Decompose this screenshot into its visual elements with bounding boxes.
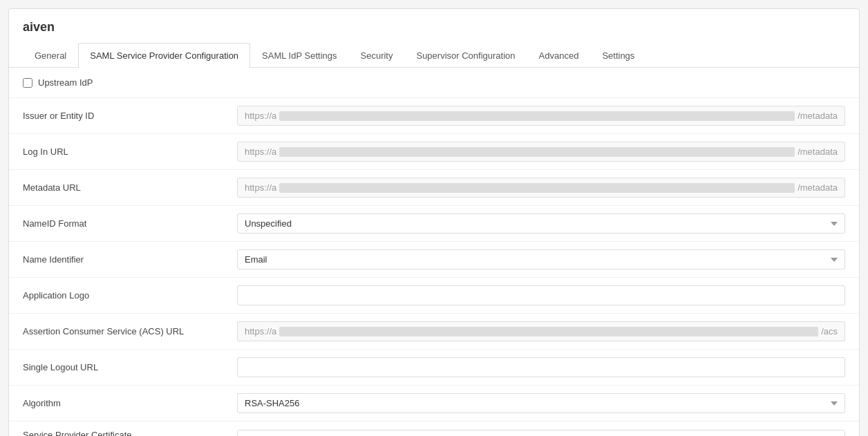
application-logo-row: Application Logo <box>9 278 859 314</box>
single-logout-url-control <box>237 357 845 377</box>
name-identifier-row: Name Identifier Email Username Persisten… <box>9 242 859 278</box>
single-logout-url-row: Single Logout URL <box>9 350 859 386</box>
tabs-bar: General SAML Service Provider Configurat… <box>23 43 845 68</box>
login-url-label: Log In URL <box>23 146 237 157</box>
tab-content: Upstream IdP Issuer or Entity ID https:/… <box>9 68 859 436</box>
application-logo-control <box>237 285 845 305</box>
algorithm-control: RSA-SHA256 RSA-SHA384 RSA-SHA512 <box>237 393 845 413</box>
upstream-idp-row: Upstream IdP <box>9 68 859 98</box>
single-logout-url-label: Single Logout URL <box>23 362 237 372</box>
nameid-format-select[interactable]: Unspecified Email Persistent Transient <box>237 214 845 234</box>
tab-supervisor[interactable]: Supervisor Configuration <box>404 43 527 68</box>
metadata-blur <box>279 183 795 193</box>
acs-prefix: https://a <box>245 326 276 337</box>
upstream-idp-text: Upstream IdP <box>38 77 93 88</box>
upstream-idp-label[interactable]: Upstream IdP <box>23 77 93 88</box>
metadata-url-control: https://a /metadata <box>237 178 845 198</box>
issuer-entity-id-row: Issuer or Entity ID https://a /metadata <box>9 98 859 134</box>
name-identifier-select[interactable]: Email Username Persistent <box>237 249 845 269</box>
sp-certificate-control <box>237 430 845 436</box>
login-suffix: /metadata <box>798 146 838 157</box>
acs-suffix: /acs <box>821 326 838 337</box>
login-url-display: https://a /metadata <box>237 142 845 162</box>
metadata-url-label: Metadata URL <box>23 182 237 193</box>
tab-security[interactable]: Security <box>349 43 405 68</box>
tab-saml-sp[interactable]: SAML Service Provider Configuration <box>78 43 250 68</box>
acs-url-display: https://a /acs <box>237 321 845 341</box>
issuer-prefix: https://a <box>245 111 276 121</box>
single-logout-url-input[interactable] <box>237 357 845 377</box>
application-logo-label: Application Logo <box>23 290 237 301</box>
sp-certificate-row: Service Provider Certificate <box>9 421 859 436</box>
tab-general[interactable]: General <box>23 43 78 68</box>
metadata-prefix: https://a <box>245 182 276 193</box>
nameid-format-row: NameID Format Unspecified Email Persiste… <box>9 206 859 242</box>
tab-advanced[interactable]: Advanced <box>527 43 591 68</box>
nameid-format-label: NameID Format <box>23 218 237 229</box>
acs-url-control: https://a /acs <box>237 321 845 341</box>
issuer-entity-id-control: https://a /metadata <box>237 106 845 126</box>
algorithm-label: Algorithm <box>23 398 237 408</box>
metadata-suffix: /metadata <box>798 182 838 193</box>
algorithm-row: Algorithm RSA-SHA256 RSA-SHA384 RSA-SHA5… <box>9 386 859 421</box>
application-logo-input[interactable] <box>237 285 845 305</box>
issuer-blur <box>279 111 795 121</box>
name-identifier-label: Name Identifier <box>23 254 237 265</box>
login-prefix: https://a <box>245 146 276 157</box>
issuer-entity-id-url: https://a /metadata <box>237 106 845 126</box>
tab-settings[interactable]: Settings <box>590 43 646 68</box>
issuer-entity-id-label: Issuer or Entity ID <box>23 111 237 121</box>
metadata-url-row: Metadata URL https://a /metadata <box>9 170 859 206</box>
sp-certificate-textarea[interactable] <box>237 430 845 436</box>
issuer-suffix: /metadata <box>798 111 838 121</box>
metadata-url-display: https://a /metadata <box>237 178 845 198</box>
upstream-idp-checkbox[interactable] <box>23 78 32 88</box>
acs-url-label: Assertion Consumer Service (ACS) URL <box>23 326 237 337</box>
acs-blur <box>279 327 818 337</box>
app-container: aiven General SAML Service Provider Conf… <box>8 8 860 436</box>
login-url-control: https://a /metadata <box>237 142 845 162</box>
app-logo: aiven <box>23 20 845 35</box>
algorithm-select[interactable]: RSA-SHA256 RSA-SHA384 RSA-SHA512 <box>237 393 845 413</box>
name-identifier-control: Email Username Persistent <box>237 249 845 269</box>
nameid-format-control: Unspecified Email Persistent Transient <box>237 214 845 234</box>
app-header: aiven General SAML Service Provider Conf… <box>9 9 859 68</box>
sp-certificate-label: Service Provider Certificate <box>23 430 237 436</box>
login-url-row: Log In URL https://a /metadata <box>9 134 859 170</box>
tab-saml-idp[interactable]: SAML IdP Settings <box>250 43 348 68</box>
acs-url-row: Assertion Consumer Service (ACS) URL htt… <box>9 314 859 350</box>
login-blur <box>279 147 795 157</box>
